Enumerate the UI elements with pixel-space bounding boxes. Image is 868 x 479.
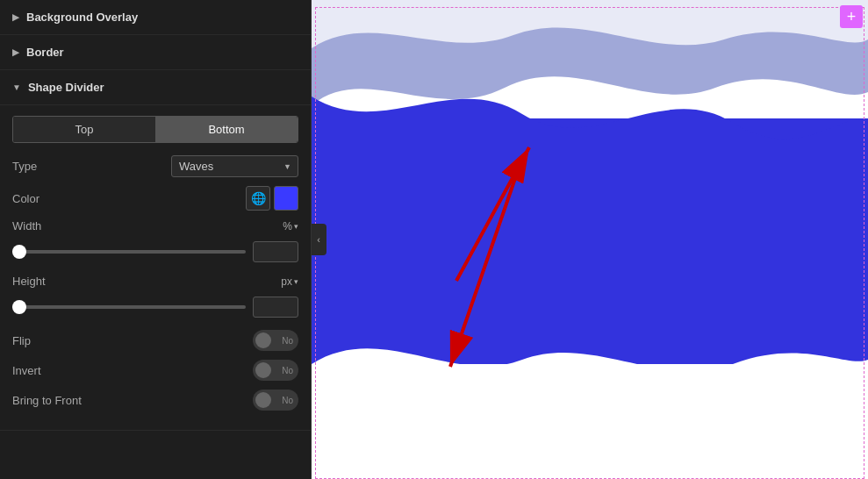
arrow-icon: ▶ [12,47,19,57]
height-prop-row: Height px ▾ [12,275,298,288]
section-shape-divider[interactable]: ▼ Shape Divider [0,70,311,105]
left-panel: ▶ Background Overlay ▶ Border ▼ Shape Di… [0,0,312,479]
flip-value: No [282,336,293,346]
tab-top[interactable]: Top [13,117,155,142]
type-right: Waves Triangle Tilt Arrow Round Zigzag [171,155,298,177]
color-label: Color [12,192,82,205]
invert-knob [255,362,271,378]
tab-bottom[interactable]: Bottom [155,117,298,142]
type-label: Type [12,160,82,173]
bring-to-front-value: No [282,396,293,405]
type-select[interactable]: Waves Triangle Tilt Arrow Round Zigzag [171,155,298,177]
chevron-down-icon-height: ▾ [294,277,298,286]
section-background-overlay[interactable]: ▶ Background Overlay [0,0,311,35]
tab-row: Top Bottom [12,116,298,143]
height-slider[interactable] [12,305,246,309]
right-panel: + ‹ [312,0,868,479]
wave-visualization [312,0,868,479]
section-border[interactable]: ▶ Border [0,35,311,70]
height-value-input[interactable] [253,297,298,318]
color-right: 🌐 [246,186,298,211]
width-value-input[interactable] [253,241,298,262]
bring-to-front-toggle[interactable]: No [253,390,298,411]
height-unit-text: px [281,275,292,288]
add-section-button[interactable]: + [840,5,863,28]
collapse-panel-button[interactable]: ‹ [312,224,326,255]
height-unit-wrapper: px ▾ [281,275,298,288]
bring-to-front-row: Bring to Front No [12,390,298,411]
flip-label: Flip [12,334,253,347]
width-unit[interactable]: % ▾ [283,220,298,232]
height-slider-row [12,297,298,318]
color-row: Color 🌐 [12,186,298,211]
invert-label: Invert [12,364,253,377]
flip-toggle[interactable]: No [253,330,298,351]
invert-value: No [282,366,293,375]
section-shape-divider-label: Shape Divider [28,81,104,94]
invert-toggle[interactable]: No [253,360,298,381]
width-prop-row: Width % ▾ [12,219,298,232]
globe-icon[interactable]: 🌐 [246,186,270,211]
width-slider-row [12,241,298,262]
bring-to-front-knob [255,392,271,408]
arrow-down-icon: ▼ [12,82,21,92]
width-unit-text: % [283,220,292,232]
height-label: Height [12,275,82,288]
section-background-overlay-label: Background Overlay [26,11,138,24]
arrow-icon: ▶ [12,12,19,22]
shape-divider-content: Top Bottom Type Waves Triangle Tilt Arro… [0,105,311,431]
svg-rect-1 [312,118,868,364]
type-select-wrapper: Waves Triangle Tilt Arrow Round Zigzag [171,155,298,177]
height-unit[interactable]: px ▾ [281,275,298,288]
section-border-label: Border [26,46,64,59]
width-label: Width [12,219,82,232]
width-unit-wrapper: % ▾ [283,220,298,232]
chevron-down-icon: ▾ [294,222,298,231]
type-row: Type Waves Triangle Tilt Arrow Round Zig… [12,155,298,177]
flip-row: Flip No [12,330,298,351]
bring-to-front-label: Bring to Front [12,394,253,407]
invert-row: Invert No [12,360,298,381]
color-swatch[interactable] [274,186,298,211]
width-slider[interactable] [12,250,246,254]
flip-knob [255,332,271,348]
